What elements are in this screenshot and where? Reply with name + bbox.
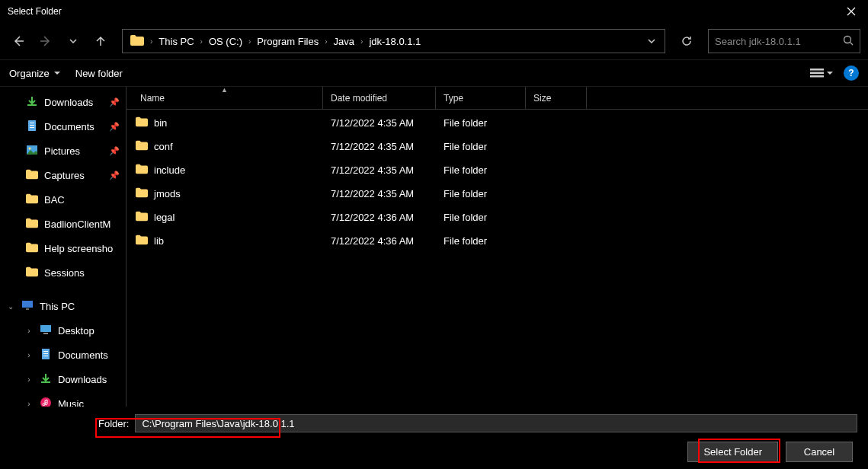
dialog-buttons: Select Folder Cancel bbox=[11, 442, 857, 462]
sidebar-item[interactable]: Downloads📌 bbox=[0, 90, 126, 114]
chevron-right-icon[interactable]: › bbox=[24, 327, 34, 335]
column-size[interactable]: Size bbox=[526, 87, 587, 109]
column-type[interactable]: Type bbox=[436, 87, 526, 109]
chevron-right-icon[interactable]: › bbox=[149, 37, 154, 46]
view-button[interactable] bbox=[810, 68, 833, 78]
folder-icon bbox=[136, 116, 148, 130]
close-button[interactable] bbox=[834, 0, 868, 23]
file-row[interactable]: conf7/12/2022 4:35 AMFile folder bbox=[127, 135, 868, 158]
file-row[interactable]: bin7/12/2022 4:35 AMFile folder bbox=[127, 111, 868, 135]
chevron-down-icon[interactable]: ⌄ bbox=[6, 302, 15, 311]
sidebar-item-label: Sessions bbox=[44, 267, 85, 279]
chevron-right-icon[interactable]: › bbox=[24, 375, 34, 384]
breadcrumb-item[interactable]: Program Files bbox=[252, 36, 323, 47]
chevron-right-icon[interactable]: › bbox=[24, 400, 34, 407]
search-input[interactable] bbox=[715, 36, 843, 47]
breadcrumb-item[interactable]: Java bbox=[329, 36, 359, 47]
help-button[interactable]: ? bbox=[844, 65, 859, 81]
folder-icon bbox=[26, 193, 38, 207]
breadcrumb-item[interactable]: jdk-18.0.1.1 bbox=[364, 36, 425, 47]
pin-icon: 📌 bbox=[109, 171, 120, 180]
sidebar-item[interactable]: BadlionClientM bbox=[0, 212, 126, 236]
music-icon bbox=[40, 397, 52, 407]
refresh-button[interactable] bbox=[676, 30, 697, 52]
sidebar-item-label: Documents bbox=[44, 121, 94, 132]
sidebar-item[interactable]: Pictures📌 bbox=[0, 139, 126, 163]
folder-label: Folder: bbox=[98, 418, 129, 429]
column-date[interactable]: Date modified bbox=[323, 87, 436, 109]
column-name[interactable]: ▲Name bbox=[127, 87, 323, 109]
file-name: legal bbox=[154, 212, 175, 223]
svg-rect-16 bbox=[43, 353, 48, 354]
breadcrumb-item[interactable]: This PC bbox=[154, 36, 198, 47]
sidebar-item[interactable]: Help screensho bbox=[0, 236, 126, 260]
svg-rect-11 bbox=[26, 308, 29, 310]
column-headers: ▲Name Date modified Type Size bbox=[127, 87, 868, 110]
sidebar-item-label: Pictures bbox=[44, 145, 80, 157]
folder-icon bbox=[26, 168, 38, 183]
file-date: 7/12/2022 4:35 AM bbox=[323, 164, 436, 176]
new-folder-button[interactable]: New folder bbox=[75, 68, 123, 79]
svg-rect-3 bbox=[810, 75, 824, 78]
search-box[interactable] bbox=[708, 29, 860, 53]
back-button[interactable] bbox=[8, 30, 29, 52]
window-title: Select Folder bbox=[8, 6, 834, 17]
chevron-right-icon[interactable]: › bbox=[199, 37, 204, 46]
new-folder-label: New folder bbox=[75, 68, 123, 79]
file-type: File folder bbox=[436, 212, 526, 223]
sidebar-item-label: Downloads bbox=[44, 97, 93, 108]
file-name: jmods bbox=[154, 188, 181, 199]
pin-icon: 📌 bbox=[109, 146, 120, 156]
chevron-right-icon[interactable]: › bbox=[323, 37, 328, 46]
up-button[interactable] bbox=[90, 30, 111, 52]
address-dropdown[interactable] bbox=[642, 36, 661, 47]
file-row[interactable]: legal7/12/2022 4:36 AMFile folder bbox=[127, 206, 868, 229]
file-type: File folder bbox=[436, 117, 526, 129]
cancel-button[interactable]: Cancel bbox=[786, 442, 853, 462]
file-row[interactable]: include7/12/2022 4:35 AMFile folder bbox=[127, 158, 868, 182]
toolbar: Organize New folder ? bbox=[0, 59, 868, 87]
sidebar-item-label: Documents bbox=[58, 349, 108, 361]
address-bar[interactable]: › This PC › OS (C:) › Program Files › Ja… bbox=[122, 29, 665, 53]
file-date: 7/12/2022 4:35 AM bbox=[323, 141, 436, 152]
chevron-right-icon[interactable]: › bbox=[359, 37, 364, 46]
forward-button[interactable] bbox=[35, 30, 56, 52]
chevron-right-icon[interactable]: › bbox=[24, 351, 34, 359]
sidebar-item-label: BadlionClientM bbox=[44, 219, 111, 230]
sidebar-item[interactable]: ›Desktop bbox=[0, 318, 126, 343]
file-name: bin bbox=[154, 117, 167, 129]
chevron-right-icon[interactable]: › bbox=[247, 37, 252, 46]
sidebar-item-label: Captures bbox=[44, 170, 85, 181]
folder-icon bbox=[136, 234, 148, 248]
select-folder-button[interactable]: Select Folder bbox=[687, 442, 778, 462]
sidebar-item[interactable]: Documents📌 bbox=[0, 114, 126, 139]
folder-path-input[interactable] bbox=[135, 414, 857, 432]
file-list-area: ▲Name Date modified Type Size bin7/12/20… bbox=[126, 87, 868, 407]
folder-icon bbox=[136, 210, 148, 225]
sidebar-item[interactable]: Captures📌 bbox=[0, 163, 126, 187]
organize-button[interactable]: Organize bbox=[9, 68, 60, 79]
pc-icon bbox=[21, 299, 34, 314]
organize-label: Organize bbox=[9, 68, 50, 79]
sidebar-item-thispc[interactable]: ⌄This PC bbox=[0, 294, 126, 318]
svg-rect-5 bbox=[30, 123, 34, 123]
sidebar-item[interactable]: ›Downloads bbox=[0, 367, 126, 391]
sidebar-item[interactable]: ›Documents bbox=[0, 343, 126, 367]
file-row[interactable]: jmods7/12/2022 4:35 AMFile folder bbox=[127, 182, 868, 206]
folder-icon bbox=[26, 266, 38, 280]
svg-rect-17 bbox=[43, 356, 48, 356]
svg-rect-13 bbox=[43, 333, 48, 334]
folder-icon bbox=[130, 35, 144, 48]
sidebar-item[interactable]: Sessions bbox=[0, 260, 126, 285]
document-icon bbox=[26, 120, 38, 134]
svg-rect-6 bbox=[30, 125, 34, 126]
breadcrumb-item[interactable]: OS (C:) bbox=[204, 36, 247, 47]
sidebar-item[interactable]: BAC bbox=[0, 187, 126, 212]
desktop-icon bbox=[40, 324, 52, 338]
file-date: 7/12/2022 4:35 AM bbox=[323, 188, 436, 199]
sidebar-item[interactable]: ›Music bbox=[0, 391, 126, 407]
file-row[interactable]: lib7/12/2022 4:36 AMFile folder bbox=[127, 229, 868, 253]
recent-dropdown[interactable] bbox=[62, 30, 84, 52]
file-type: File folder bbox=[436, 164, 526, 176]
search-icon[interactable] bbox=[843, 35, 854, 48]
